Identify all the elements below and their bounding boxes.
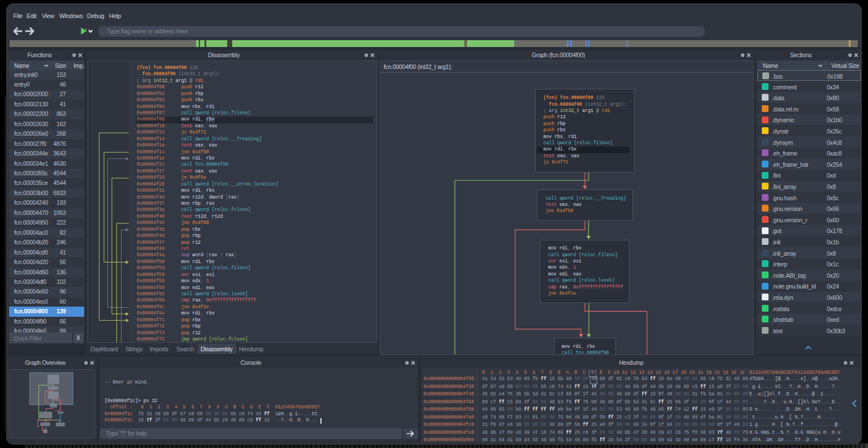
svg-text:6: 6 [85,28,88,31]
